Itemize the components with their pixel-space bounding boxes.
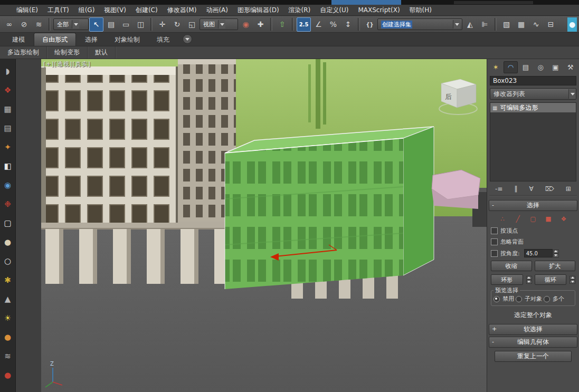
preview-multi-radio[interactable] — [544, 296, 550, 302]
spinner-up-icon[interactable] — [553, 250, 559, 253]
select-and-link-icon[interactable]: ∞ — [2, 17, 16, 32]
shrink-button[interactable]: 收缩 — [491, 261, 532, 271]
perspective-viewport[interactable]: 后 Z [+][透视][真实] — [41, 59, 487, 392]
align-icon[interactable]: ⊫ — [478, 17, 492, 32]
motion-tab[interactable]: ◎ — [534, 61, 547, 73]
stack-item-editable-poly[interactable]: ▦ 可编辑多边形 — [490, 103, 576, 112]
by-angle-value[interactable]: 45.0 — [524, 249, 553, 257]
spinner-down-icon[interactable] — [553, 254, 559, 257]
menu-maxscript[interactable]: MAXScript(X) — [353, 6, 404, 14]
square-shape-icon[interactable]: ▢ — [2, 217, 14, 229]
building-beige[interactable] — [41, 66, 178, 223]
by-vertex-checkbox[interactable] — [491, 227, 498, 234]
ribbon-tab-freeform[interactable]: 自由形式 — [34, 33, 76, 46]
ring-up-icon[interactable] — [526, 276, 532, 280]
configure-modifier-sets-icon[interactable]: ⊞ — [565, 185, 572, 193]
viewport-label[interactable]: [+][透视][真实] — [43, 60, 91, 68]
remove-modifier-icon[interactable]: ⌦ — [544, 185, 555, 193]
cone-shape-icon[interactable]: ▲ — [2, 293, 14, 305]
loop-up-icon[interactable] — [569, 276, 575, 280]
vertex-icon[interactable]: ∴ — [497, 214, 508, 224]
chevron-down-icon[interactable] — [218, 20, 225, 28]
chevron-down-icon[interactable] — [453, 20, 460, 28]
paint-deform-icon[interactable]: ◗ — [2, 65, 14, 77]
ribbon-tab-selection[interactable]: 选择 — [77, 33, 106, 46]
menu-help[interactable]: 帮助(H) — [405, 6, 436, 15]
circle-shape-icon[interactable]: ○ — [2, 255, 14, 267]
loop-button[interactable]: 循环 — [535, 274, 567, 285]
graphite-ribbon-icon[interactable]: ▦ — [514, 17, 528, 32]
menu-create[interactable]: 创建(C) — [131, 6, 163, 15]
modifier-list-dropdown[interactable]: 修改器列表 — [490, 88, 576, 100]
create-tab[interactable]: ✶ — [489, 61, 502, 73]
ribbon-panel-paint-deform[interactable]: 绘制变形 — [47, 46, 88, 59]
by-angle-checkbox[interactable] — [491, 250, 498, 257]
marker-icon[interactable]: ❉ — [2, 198, 14, 210]
sphere-shape-icon[interactable]: ● — [2, 236, 14, 248]
viewport-scene[interactable]: 后 Z — [41, 59, 487, 392]
curve-editor-icon[interactable]: ∿ — [529, 17, 543, 32]
object-name-field[interactable] — [490, 76, 576, 85]
modify-tab[interactable]: ◠ — [504, 61, 517, 73]
percent-snap-icon[interactable]: % — [326, 17, 340, 32]
menu-modifiers[interactable]: 修改器(M) — [163, 6, 202, 15]
polygon-icon[interactable]: ■ — [543, 214, 554, 224]
waves-icon[interactable]: ≋ — [2, 350, 14, 362]
eye-icon[interactable]: ◉ — [2, 179, 14, 191]
preview-disable-radio[interactable] — [493, 296, 500, 302]
ignore-backfacing-checkbox[interactable] — [491, 238, 498, 245]
menu-tools[interactable]: 工具(T) — [43, 6, 74, 15]
selected-building-box023[interactable] — [225, 127, 434, 289]
select-by-name-icon[interactable]: ▤ — [104, 17, 118, 32]
edge-icon[interactable]: ╱ — [512, 214, 523, 224]
border-icon[interactable]: ▢ — [528, 214, 538, 224]
grid-icon[interactable]: ▦ — [2, 103, 14, 115]
ribbon-minimize-icon[interactable] — [183, 34, 192, 44]
menu-views[interactable]: 视图(V) — [99, 6, 131, 15]
select-and-rotate-icon[interactable]: ↻ — [170, 17, 184, 32]
menu-rendering[interactable]: 渲染(R) — [284, 6, 316, 15]
modifier-stack[interactable]: ▦ 可编辑多边形 — [490, 102, 576, 181]
repeat-last-button[interactable]: 重复上一个 — [495, 351, 572, 362]
workspace-selector-fragment[interactable] — [331, 0, 401, 5]
edit-named-selections-icon[interactable]: {} — [363, 17, 377, 32]
make-unique-icon[interactable]: ∀ — [528, 185, 535, 193]
material-editor-icon[interactable]: ● — [567, 17, 577, 32]
show-end-result-icon[interactable]: ‖ — [513, 185, 518, 193]
menu-edit[interactable]: 编辑(E) — [12, 6, 43, 15]
display-tab[interactable]: ▣ — [548, 61, 562, 73]
named-selection-set-dropdown[interactable]: 创建选择集 — [377, 18, 462, 30]
chevron-down-icon[interactable] — [568, 89, 576, 99]
menu-animation[interactable]: 动画(A) — [201, 6, 233, 15]
hand-tool-icon[interactable]: ✦ — [2, 141, 14, 153]
menu-customize[interactable]: 自定义(U) — [315, 6, 353, 15]
preview-subobj-radio[interactable] — [516, 296, 522, 302]
rollout-selection[interactable]: - 选择 — [489, 200, 577, 211]
unlink-selection-icon[interactable]: ⊘ — [17, 17, 31, 32]
angle-snap-icon[interactable]: ∠ — [311, 17, 326, 32]
rectangular-selection-icon[interactable]: ▭ — [119, 17, 133, 32]
pin-stack-icon[interactable]: -≡ — [494, 185, 504, 193]
snap-toggle-icon[interactable]: 2.5 — [297, 17, 311, 32]
schematic-view-icon[interactable]: ⊟ — [544, 17, 558, 32]
mirror-icon[interactable]: ◭ — [463, 17, 477, 32]
menu-graph-editors[interactable]: 图形编辑器(D) — [233, 6, 284, 15]
reference-coordinate-dropdown[interactable]: 视图 — [200, 18, 238, 30]
keyboard-override-icon[interactable]: ⇧ — [275, 17, 289, 32]
by-angle-spinner[interactable]: 45.0 — [524, 249, 559, 257]
keyboard-panel-icon[interactable]: ▤ — [2, 122, 14, 134]
hierarchy-tab[interactable]: ▤ — [519, 61, 533, 73]
red-ball-icon[interactable]: ● — [2, 369, 14, 381]
ribbon-tab-object-paint[interactable]: 对象绘制 — [107, 33, 148, 46]
select-and-scale-icon[interactable]: ◱ — [185, 17, 199, 32]
ribbon-tab-populate[interactable]: 填充 — [149, 33, 177, 46]
loop-down-icon[interactable] — [569, 280, 575, 284]
orange-dot-icon[interactable]: ● — [2, 331, 14, 343]
selection-filter-dropdown[interactable]: 全部 — [53, 18, 89, 30]
select-and-manipulate-icon[interactable]: ✚ — [253, 17, 268, 32]
spinner-snap-icon[interactable]: ↕ — [341, 17, 355, 32]
layer-manager-icon[interactable]: ▧ — [499, 17, 514, 32]
gear-icon[interactable]: ✱ — [2, 274, 14, 286]
use-pivot-center-icon[interactable]: ◉ — [239, 17, 253, 32]
ribbon-tab-modeling[interactable]: 建模 — [4, 33, 33, 46]
